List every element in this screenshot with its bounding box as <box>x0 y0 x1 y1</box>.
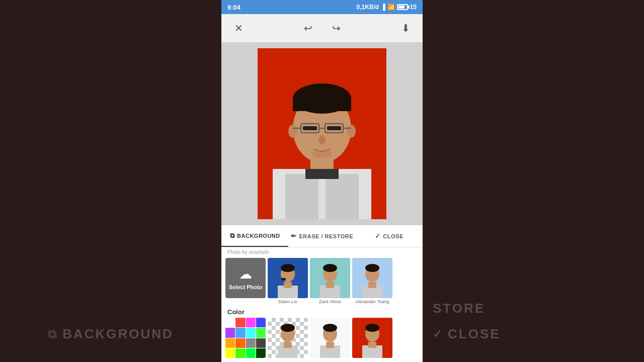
color-cell-3[interactable] <box>256 318 266 327</box>
bg-option-alexander[interactable]: Alexander Tsang <box>352 258 392 304</box>
bottom-panel: ⧉ BACKGROUND ✏ ERASE / RESTORE ✓ CLOSE P… <box>221 225 423 362</box>
bg-thumb-svg-zack <box>310 258 350 298</box>
svg-rect-2 <box>285 174 318 219</box>
wifi-icon: 📶 <box>387 4 395 11</box>
bg-name-dawn: Dawn Lio <box>278 299 297 304</box>
check-icon: ✓ <box>375 232 381 240</box>
upload-cloud-icon: ☁ <box>239 266 252 282</box>
bg-thumb-svg-alexander <box>352 258 392 298</box>
bg-name-zack: Zack Minor <box>319 299 342 304</box>
redo-button[interactable]: ↪ <box>327 19 345 37</box>
battery-fill <box>398 6 405 9</box>
bg-right-store-label: STORE <box>433 301 485 316</box>
tab-background[interactable]: ⧉ BACKGROUND <box>221 225 288 247</box>
bg-right-panel: STORE ✓ CLOSE <box>423 0 644 362</box>
bg-thumb-zack[interactable] <box>310 258 350 298</box>
select-photo-label: Select Photo <box>229 284 263 290</box>
undo-button[interactable]: ↩ <box>299 19 317 37</box>
status-signal: 0,1KB/d <box>356 4 379 11</box>
color-cell-8[interactable] <box>225 338 235 348</box>
white-person-svg <box>310 318 350 358</box>
bg-option-dawn[interactable]: Dawn Lio <box>268 258 308 304</box>
svg-rect-8 <box>293 99 351 111</box>
color-cell-10[interactable] <box>246 338 256 348</box>
bg-left-layers-icon: ⧉ <box>48 327 57 341</box>
svg-point-22 <box>281 264 295 272</box>
color-picker-grid[interactable] <box>225 318 266 358</box>
color-cell-5[interactable] <box>235 328 245 337</box>
color-cell-1[interactable] <box>235 318 245 327</box>
svg-rect-12 <box>327 126 341 130</box>
photo-area <box>221 42 423 225</box>
svg-rect-31 <box>326 282 334 288</box>
close-button[interactable]: ✕ <box>229 19 248 37</box>
transparent-bg-thumb[interactable] <box>268 318 308 358</box>
red-person-svg <box>352 318 392 358</box>
svg-point-38 <box>281 324 295 332</box>
download-button[interactable]: ⬇ <box>396 19 415 37</box>
select-photo-item[interactable]: ☁ Select Photo <box>225 258 266 304</box>
svg-rect-45 <box>326 342 334 348</box>
color-cell-14[interactable] <box>246 348 256 358</box>
color-cell-12[interactable] <box>225 348 235 358</box>
bg-right-check-icon: ✓ <box>433 328 443 341</box>
color-cell-15[interactable] <box>256 348 266 358</box>
tab-erase-label: ERASE / RESTORE <box>299 233 353 239</box>
color-cell-13[interactable] <box>235 348 245 358</box>
bg-thumb-dawn[interactable] <box>268 258 308 298</box>
svg-rect-26 <box>281 278 286 281</box>
toolbar: ✕ ↩ ↪ ⬇ <box>221 14 423 42</box>
red-bg-thumb[interactable] <box>352 318 392 358</box>
svg-rect-36 <box>368 282 376 288</box>
checker-person-svg <box>268 318 308 358</box>
pencil-icon: ✏ <box>291 232 297 240</box>
background-thumbnails: ☁ Select Photo <box>221 256 423 306</box>
battery-level: 15 <box>410 4 417 11</box>
layers-icon: ⧉ <box>230 232 235 240</box>
bg-thumb-svg-dawn <box>268 258 308 298</box>
svg-rect-24 <box>284 282 292 288</box>
bg-thumb-alexander[interactable] <box>352 258 392 298</box>
svg-point-29 <box>323 264 337 272</box>
svg-rect-40 <box>284 342 292 348</box>
bg-option-zack[interactable]: Zack Minor <box>310 258 350 304</box>
phone-frame: 9:04 0,1KB/d ▐ 📶 15 ✕ ↩ ↪ ⬇ <box>221 0 423 362</box>
svg-point-19 <box>312 150 332 158</box>
bg-left-label: BACKGROUND <box>62 326 174 342</box>
tab-close[interactable]: ✓ CLOSE <box>356 225 423 247</box>
svg-point-43 <box>323 324 337 332</box>
tab-erase[interactable]: ✏ ERASE / RESTORE <box>288 225 355 247</box>
status-bar: 9:04 0,1KB/d ▐ 📶 15 <box>221 0 423 14</box>
tab-bar: ⧉ BACKGROUND ✏ ERASE / RESTORE ✓ CLOSE <box>221 225 423 247</box>
svg-point-48 <box>365 324 379 332</box>
white-bg-thumb[interactable] <box>310 318 350 358</box>
svg-rect-3 <box>326 174 359 219</box>
color-cell-7[interactable] <box>256 328 266 337</box>
color-section-label: Color <box>221 306 423 318</box>
svg-point-18 <box>318 135 326 144</box>
bg-right-close-label: CLOSE <box>448 326 501 342</box>
select-photo-button[interactable]: ☁ Select Photo <box>225 258 266 298</box>
color-row <box>221 318 423 362</box>
battery-icon <box>397 4 408 10</box>
color-cell-9[interactable] <box>235 338 245 348</box>
status-time: 9:04 <box>227 4 240 11</box>
photo-credit: Photo by unsplash <box>221 247 423 256</box>
person-svg <box>258 48 386 219</box>
color-cell-2[interactable] <box>246 318 256 327</box>
svg-point-10 <box>347 125 356 138</box>
passport-photo <box>258 48 386 219</box>
tab-background-label: BACKGROUND <box>237 233 280 239</box>
svg-rect-11 <box>303 126 317 130</box>
tab-close-label: CLOSE <box>383 233 403 239</box>
status-right: 0,1KB/d ▐ 📶 15 <box>356 4 417 11</box>
color-cell-0[interactable] <box>225 318 235 327</box>
color-cell-11[interactable] <box>256 338 266 348</box>
toolbar-center: ↩ ↪ <box>299 19 345 37</box>
bg-left-panel: ⧉ BACKGROUND <box>0 0 221 362</box>
svg-point-9 <box>288 125 297 138</box>
svg-point-34 <box>365 264 379 272</box>
color-cell-4[interactable] <box>225 328 235 337</box>
color-cell-6[interactable] <box>246 328 256 337</box>
signal-bars-icon: ▐ <box>381 4 385 11</box>
